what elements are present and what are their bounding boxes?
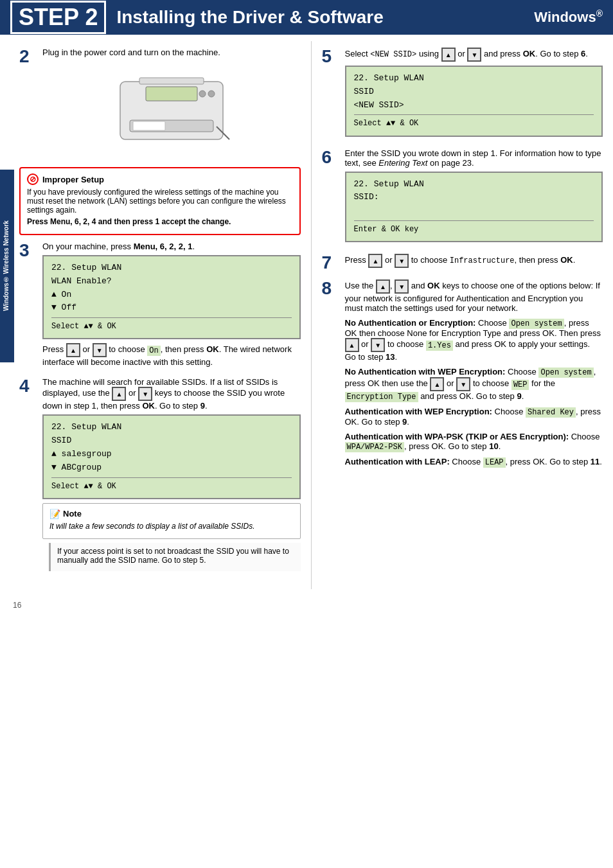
step-6-text: Enter the SSID you wrote down in step 1.… — [345, 148, 603, 168]
lcd6-line2: SSID: — [354, 191, 594, 204]
step-2-block: 2 Plug in the power cord and turn on the… — [19, 48, 301, 159]
note-title: 📝 Note — [49, 509, 294, 519]
info-indent-step4: If your access point is set to not broad… — [49, 543, 301, 571]
improper-setup-body: If you have previously configured the wi… — [27, 188, 293, 215]
improper-setup-title: ⊘ Improper Setup — [27, 173, 293, 185]
lcd-display-step5: 22. Setup WLAN SSID <NEW SSID> Select ▲▼… — [345, 66, 603, 137]
step-3-press-text: Press ▲ or ▼ to choose On, then press OK… — [42, 343, 301, 367]
encryption-type-code: Encryption Type — [345, 392, 418, 402]
step-3-block: 3 On your machine, press Menu, 6, 2, 2, … — [19, 242, 301, 369]
step-4-text: The machine will search for available SS… — [42, 377, 301, 411]
note-box-step4: 📝 Note It will take a few seconds to dis… — [42, 503, 301, 539]
info-text: If your access point is set to not broad… — [57, 547, 294, 565]
down-arrow-btn-8b: ▼ — [371, 338, 385, 352]
wpa-code: WPA/WPA2-PSK — [345, 442, 404, 452]
step-4-block: 4 The machine will search for available … — [19, 377, 301, 574]
up-arrow-btn-8c: ▲ — [430, 377, 444, 391]
up-arrow-btn-8: ▲ — [376, 279, 390, 294]
lcd5-select: Select ▲▼ & OK — [354, 114, 594, 130]
warning-icon: ⊘ — [27, 173, 39, 185]
step-5-body: Select <NEW SSID> using ▲ or ▼ and press… — [345, 48, 603, 141]
lcd-display-step3: 22. Setup WLAN WLAN Enable? ▲ On ▼ Off S… — [42, 255, 301, 339]
down-arrow-btn-8c: ▼ — [456, 377, 470, 391]
lcd3-line2: WLAN Enable? — [51, 275, 292, 288]
lcd5-line2: SSID — [354, 85, 594, 99]
step-7-body: Press ▲ or ▼ to choose Infrastructure, t… — [345, 254, 603, 272]
lcd6-line1: 22. Setup WLAN — [354, 178, 594, 191]
step-2-text: Plug in the power cord and turn on the m… — [42, 48, 301, 57]
up-arrow-btn-8b: ▲ — [345, 338, 359, 352]
lcd-display-step6: 22. Setup WLAN SSID: Enter & OK key — [345, 172, 603, 243]
improper-setup-instruction: Press Menu, 6, 2, 4 and then press 1 acc… — [27, 217, 293, 226]
down-arrow-btn-3a: ▼ — [93, 343, 107, 357]
step-4-body: The machine will search for available SS… — [42, 377, 301, 574]
step-8-intro: Use the ▲, ▼ and OK keys to choose one o… — [345, 279, 603, 313]
step-3-number: 3 — [19, 242, 30, 260]
svg-point-4 — [199, 91, 206, 97]
windows-label: Windows® — [534, 8, 603, 26]
step-6-body: Enter the SSID you wrote down in step 1.… — [345, 148, 603, 247]
down-arrow-btn-5: ▼ — [467, 48, 481, 62]
page-number: 16 — [0, 596, 613, 615]
subsection-no-auth-title: No Authentication or Encryption: Choose … — [345, 318, 603, 362]
step-7-block: 7 Press ▲ or ▼ to choose Infrastructure,… — [322, 254, 603, 272]
subsection-no-auth-wep: No Authentication with WEP Encryption: C… — [345, 367, 603, 402]
subsection-wpa-psk-text: Authentication with WPA-PSK (TKIP or AES… — [345, 432, 603, 452]
step-8-number: 8 — [322, 279, 332, 297]
down-arrow-btn-7: ▼ — [395, 254, 409, 268]
step-8-block: 8 Use the ▲, ▼ and OK keys to choose one… — [322, 279, 603, 471]
up-arrow-btn-3a: ▲ — [66, 343, 80, 357]
svg-rect-3 — [139, 78, 204, 84]
lcd5-line3: <NEW SSID> — [354, 99, 594, 112]
svg-point-5 — [208, 91, 215, 97]
lcd3-select: Select ▲▼ & OK — [51, 317, 292, 333]
left-column: 2 Plug in the power cord and turn on the… — [14, 41, 312, 589]
subsection-wpa-psk: Authentication with WPA-PSK (TKIP or AES… — [345, 432, 603, 452]
step-2-body: Plug in the power cord and turn on the m… — [42, 48, 301, 159]
wep-code: WEP — [511, 380, 529, 390]
step-8-body: Use the ▲, ▼ and OK keys to choose one o… — [345, 279, 603, 471]
subsection-auth-wep: Authentication with WEP Encryption: Choo… — [345, 407, 603, 427]
step-6-block: 6 Enter the SSID you wrote down in step … — [322, 148, 603, 247]
step-4-number: 4 — [19, 377, 30, 395]
machine-illustration — [42, 62, 301, 154]
step-5-text: Select <NEW SSID> using ▲ or ▼ and press… — [345, 48, 603, 62]
shared-key-code: Shared Key — [526, 407, 576, 418]
subsection-auth-wep-text: Authentication with WEP Encryption: Choo… — [345, 407, 603, 427]
lcd3-line3: ▲ On — [51, 288, 292, 302]
step-5-block: 5 Select <NEW SSID> using ▲ or ▼ and pre… — [322, 48, 603, 141]
lcd4-select: Select ▲▼ & OK — [51, 477, 292, 493]
step-3-text: On your machine, press Menu, 6, 2, 2, 1. — [42, 242, 301, 251]
down-arrow-btn-4a: ▼ — [138, 387, 152, 401]
step-6-number: 6 — [322, 148, 332, 166]
right-column: 5 Select <NEW SSID> using ▲ or ▼ and pre… — [312, 41, 614, 589]
lcd4-line4: ▼ ABCgroup — [51, 461, 292, 475]
main-content: Windows® Wireless Network 2 Plug in the … — [0, 35, 613, 596]
lcd3-line4: ▼ Off — [51, 301, 292, 315]
1yes-code: 1.Yes — [426, 341, 453, 351]
up-arrow-btn-7: ▲ — [368, 254, 382, 268]
open-system-code-1: Open system — [509, 319, 564, 329]
down-arrow-btn-8: ▼ — [395, 279, 409, 294]
up-arrow-btn-4a: ▲ — [112, 387, 126, 401]
subsection-leap-text: Authentication with LEAP: Choose LEAP, p… — [345, 457, 603, 467]
subsection-no-auth: No Authentication or Encryption: Choose … — [345, 318, 603, 362]
open-system-code-2: Open system — [538, 368, 593, 378]
svg-rect-7 — [133, 121, 165, 130]
lcd6-select: Enter & OK key — [354, 220, 594, 236]
step-7-number: 7 — [322, 254, 332, 272]
subsection-leap: Authentication with LEAP: Choose LEAP, p… — [345, 457, 603, 467]
sidebar-tab: Windows® Wireless Network — [0, 170, 14, 362]
step-3-body: On your machine, press Menu, 6, 2, 2, 1.… — [42, 242, 301, 369]
svg-rect-2 — [146, 87, 197, 101]
lcd4-line1: 22. Setup WLAN — [51, 421, 292, 434]
step-label: STEP 2 — [10, 1, 106, 34]
machine-svg — [107, 62, 236, 152]
note-icon: 📝 — [49, 509, 60, 519]
lcd3-line1: 22. Setup WLAN — [51, 261, 292, 275]
up-arrow-btn-5: ▲ — [441, 48, 456, 62]
lcd4-line2: SSID — [51, 434, 292, 448]
page-title: Installing the Driver & Software — [116, 7, 534, 28]
step-2-number: 2 — [19, 48, 30, 66]
infrastructure-code: Infrastructure — [450, 257, 515, 266]
